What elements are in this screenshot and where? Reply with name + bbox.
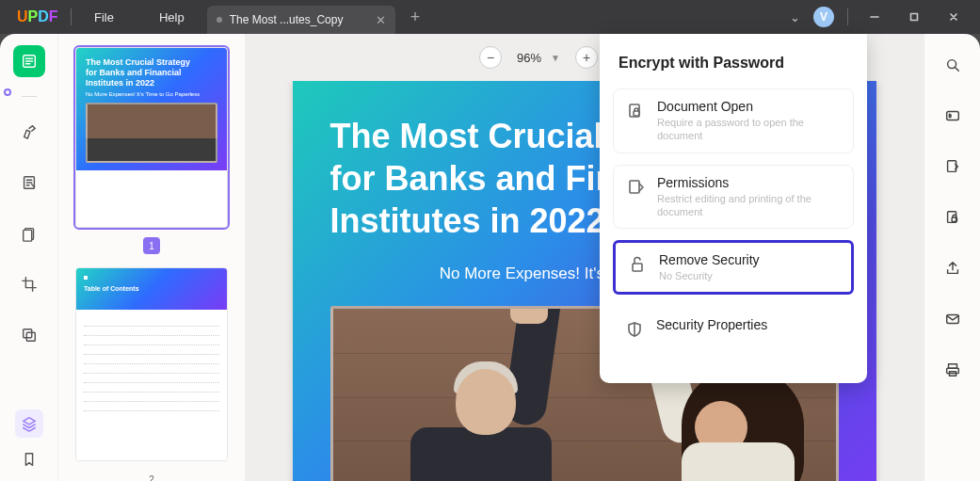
window-close-button[interactable] bbox=[940, 4, 967, 30]
panel-item-title: Security Properties bbox=[656, 317, 767, 332]
tab-title: The Most ...utes_Copy bbox=[230, 13, 344, 26]
chevron-down-icon[interactable]: ⌄ bbox=[790, 10, 800, 24]
left-toolbar bbox=[0, 34, 58, 481]
encrypt-panel: Encrypt with Password Document Open Requ… bbox=[600, 34, 867, 383]
search-button[interactable] bbox=[937, 49, 969, 81]
svg-rect-4 bbox=[23, 230, 31, 241]
edit-tool-button[interactable] bbox=[13, 167, 45, 199]
share-button[interactable] bbox=[937, 252, 969, 284]
panel-item-description: Restrict editing and printing of the doc… bbox=[657, 192, 842, 219]
divider bbox=[847, 8, 848, 25]
panel-item-permissions[interactable]: Permissions Restrict editing and printin… bbox=[613, 165, 854, 230]
panel-title: Encrypt with Password bbox=[619, 55, 848, 72]
svg-rect-0 bbox=[911, 14, 918, 21]
svg-rect-9 bbox=[630, 181, 639, 193]
svg-rect-12 bbox=[946, 112, 958, 120]
menu-help[interactable]: Help bbox=[137, 10, 207, 24]
svg-rect-5 bbox=[23, 329, 31, 338]
window-minimize-button[interactable] bbox=[861, 4, 888, 30]
right-toolbar bbox=[924, 34, 980, 481]
panel-item-security-properties[interactable]: Security Properties bbox=[613, 306, 854, 351]
panel-item-title: Permissions bbox=[657, 175, 842, 190]
crop-tool-button[interactable] bbox=[13, 268, 45, 300]
svg-rect-6 bbox=[26, 332, 35, 341]
app-logo: UPDF bbox=[0, 0, 71, 34]
unlock-icon bbox=[627, 254, 648, 275]
panel-item-title: Remove Security bbox=[659, 252, 760, 267]
chevron-down-icon[interactable]: ▼ bbox=[551, 53, 560, 63]
menu-file[interactable]: File bbox=[72, 10, 137, 24]
ocr-button[interactable] bbox=[937, 100, 969, 132]
convert-button[interactable] bbox=[937, 151, 969, 183]
shield-icon bbox=[624, 319, 645, 340]
panel-item-remove-security[interactable]: Remove Security No Security bbox=[613, 240, 854, 295]
panel-item-description: Require a password to open the document bbox=[657, 116, 842, 143]
bookmark-button[interactable] bbox=[21, 451, 38, 472]
tab-indicator-icon bbox=[217, 17, 222, 23]
thumbnail-page-1[interactable]: The Most Crucial Strategy for Banks and … bbox=[75, 47, 228, 228]
divider bbox=[22, 96, 37, 97]
print-button[interactable] bbox=[937, 354, 969, 386]
lock-document-icon bbox=[625, 101, 646, 121]
layers-button[interactable] bbox=[15, 409, 43, 438]
panel-item-description: No Security bbox=[659, 269, 760, 282]
main-area: The Most Crucial Strategy for Banks and … bbox=[0, 34, 980, 481]
svg-rect-13 bbox=[947, 161, 956, 172]
panel-item-title: Document Open bbox=[657, 99, 842, 114]
window-maximize-button[interactable] bbox=[901, 4, 927, 30]
svg-rect-10 bbox=[633, 264, 642, 271]
svg-rect-16 bbox=[946, 315, 958, 324]
email-button[interactable] bbox=[937, 303, 969, 335]
protect-button[interactable] bbox=[937, 201, 969, 233]
document-canvas: − 96% ▼ + The Most Crucial Str for Banks… bbox=[245, 34, 924, 481]
zoom-in-button[interactable]: + bbox=[575, 46, 598, 69]
zoom-level[interactable]: 96% bbox=[517, 51, 541, 65]
avatar[interactable]: V bbox=[813, 7, 834, 27]
thumbnails-panel: The Most Crucial Strategy for Banks and … bbox=[58, 34, 245, 481]
highlighter-tool-button[interactable] bbox=[13, 116, 45, 148]
titlebar: UPDF File Help The Most ...utes_Copy ✕ +… bbox=[0, 0, 980, 34]
svg-rect-18 bbox=[946, 368, 958, 373]
thumbnail-page-number: 1 bbox=[143, 237, 160, 254]
reader-mode-button[interactable] bbox=[13, 45, 45, 77]
permissions-icon bbox=[625, 177, 646, 198]
thumbnail-page-number: 2 bbox=[143, 471, 160, 481]
batch-tool-button[interactable] bbox=[13, 319, 45, 351]
document-tab[interactable]: The Most ...utes_Copy ✕ bbox=[207, 6, 395, 34]
panel-item-document-open[interactable]: Document Open Require a password to open… bbox=[613, 88, 854, 153]
thumbnail-page-2[interactable]: Table of Contents bbox=[75, 267, 228, 461]
zoom-out-button[interactable]: − bbox=[479, 46, 502, 69]
organize-tool-button[interactable] bbox=[13, 217, 45, 249]
close-icon[interactable]: ✕ bbox=[376, 13, 386, 27]
new-tab-button[interactable]: + bbox=[395, 8, 436, 27]
